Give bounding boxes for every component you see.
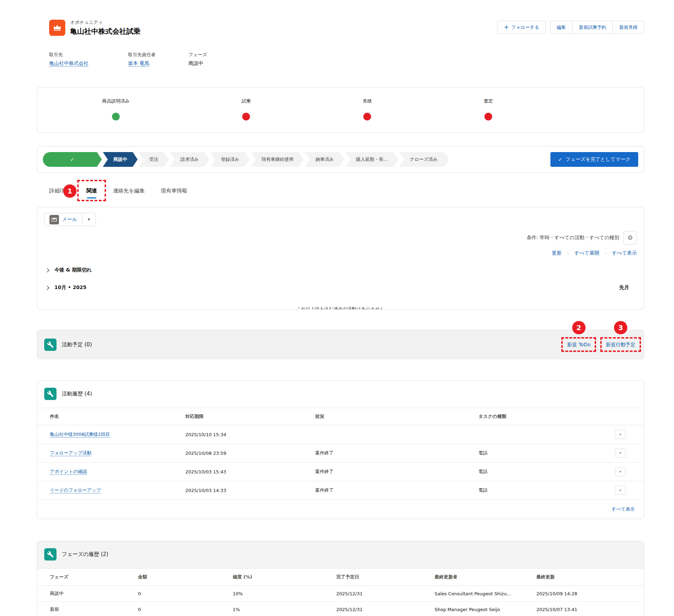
section-upcoming-overdue-label: 今後 & 期限切れ xyxy=(54,267,92,273)
column-header-stage: フェーズ xyxy=(37,569,135,586)
record-tabs: 詳細項目 1 関連 連絡先を編集 現有車情報 xyxy=(49,188,644,198)
tab-related-label: 関連 xyxy=(86,188,97,194)
record-identity: オポチュニティ 亀山社中株式会社試乗 xyxy=(49,19,140,36)
path-stage-delivered[interactable]: 納車済み xyxy=(305,152,344,167)
new-todo-link[interactable]: 新規 ToDo xyxy=(567,342,590,347)
row-actions-button[interactable]: ▼ xyxy=(615,448,626,458)
status-dot-red xyxy=(242,113,250,120)
email-dropdown-button[interactable]: ▼ xyxy=(82,213,96,226)
crown-icon xyxy=(53,23,62,32)
mark-stage-complete-button[interactable]: ✓ フェーズを完了としてマーク xyxy=(550,152,638,167)
activity-links-row: 更新 ・ すべて展開 ・ すべて表示 xyxy=(44,250,637,256)
column-header-due-date: 対応期限 xyxy=(183,408,312,425)
separator-dot: ・ xyxy=(566,250,570,256)
new-event-annotated: 新規行動予定 3 xyxy=(606,341,635,348)
column-header-task-type: タスクの種類 xyxy=(476,408,612,425)
path-stage-completed[interactable]: ✓ xyxy=(43,152,102,167)
chevron-down-icon: ▼ xyxy=(619,452,622,455)
row-actions-button[interactable]: ▼ xyxy=(615,430,626,439)
status-item-test-drive: 試乗 xyxy=(242,98,251,132)
check-icon: ✓ xyxy=(558,157,562,162)
stage-name: 新規 xyxy=(37,602,135,616)
follow-button[interactable]: + フォローする xyxy=(497,21,546,34)
record-header: オポチュニティ 亀山社中株式会社試乗 + フォローする 編集 新規試乗予約 新規… xyxy=(49,19,644,36)
contact-field: 取引先責任者 坂本 竜馬 xyxy=(128,52,189,67)
tab-details[interactable]: 詳細項目 1 xyxy=(49,188,70,198)
wrench-icon xyxy=(44,388,57,400)
new-quote-button[interactable]: 新規見積 xyxy=(613,21,644,34)
stage-close-date: 2025/12/31 xyxy=(333,586,432,602)
account-field: 取引先 亀山社中株式会社 xyxy=(49,52,128,67)
wrench-icon xyxy=(44,339,57,351)
separator-dot: ・ xyxy=(603,250,608,256)
column-header-probability: 確度 (%) xyxy=(230,569,333,586)
email-button-label: メール xyxy=(62,216,77,223)
annotation-step-1: 1 xyxy=(63,184,77,198)
task-status: 案件終了 xyxy=(312,481,476,500)
column-header-subject: 件名 xyxy=(37,408,183,425)
stage-last-modified: 2025/10/07 13:41 xyxy=(534,602,644,616)
tab-related[interactable]: 関連 xyxy=(86,188,97,198)
highlight-fields: 取引先 亀山社中株式会社 取引先責任者 坂本 竜馬 フェーズ 商談中 xyxy=(49,52,644,67)
path-stage-closed[interactable]: クローズ済み xyxy=(399,152,448,167)
task-subject-link[interactable]: フォローアップ活動 xyxy=(50,450,92,456)
new-event-link[interactable]: 新規行動予定 xyxy=(606,342,635,347)
path-stage-order[interactable]: 受注 xyxy=(139,152,169,167)
path-stage-invoiced[interactable]: 請求済み xyxy=(170,152,209,167)
path-stage-negotiation[interactable]: 商談中 xyxy=(103,152,138,167)
task-subject-link[interactable]: 亀山社中様3008試乗様2回目 xyxy=(50,432,110,437)
table-row: フォローアップ活動 2025/10/08 23:59 案件終了 電話 ▼ xyxy=(37,444,644,463)
wrench-glyph xyxy=(47,341,54,348)
upcoming-activities-actions: 新規 ToDo 2 新規行動予定 3 xyxy=(567,341,635,348)
stage-field-value: 商談中 xyxy=(189,60,207,67)
record-type-label: オポチュニティ xyxy=(70,19,140,26)
activity-history-card: 活動履歴 (4) 件名 対応期限 状況 タスクの種類 亀山社中様3008試乗様2… xyxy=(37,380,644,519)
tab-current-car-info[interactable]: 現有車情報 xyxy=(161,188,187,198)
activity-history-table: 件名 対応期限 状況 タスクの種類 亀山社中様3008試乗様2回目 2025/1… xyxy=(37,408,644,500)
edit-button[interactable]: 編集 xyxy=(550,21,573,34)
chevron-right-icon xyxy=(45,286,49,290)
account-link[interactable]: 亀山社中株式会社 xyxy=(49,60,128,67)
status-label: 見積 xyxy=(363,98,372,104)
task-due-date: 2025/10/08 23:59 xyxy=(183,444,312,463)
stage-amount: 0 xyxy=(135,586,230,602)
activity-history-view-all-link[interactable]: すべて表示 xyxy=(612,506,635,512)
row-actions-button[interactable]: ▼ xyxy=(615,486,626,495)
section-upcoming-overdue[interactable]: 今後 & 期限切れ xyxy=(44,267,637,273)
opportunity-icon xyxy=(49,20,65,36)
tab-current-car-info-label: 現有車情報 xyxy=(161,188,187,194)
filter-settings-button[interactable]: ⚙ xyxy=(623,231,637,244)
activity-history-title: 活動履歴 (4) xyxy=(62,391,92,397)
contact-link[interactable]: 坂本 竜馬 xyxy=(128,60,189,67)
task-status xyxy=(312,425,476,444)
tab-edit-contacts[interactable]: 連絡先を編集 xyxy=(113,188,145,198)
email-button[interactable]: メール xyxy=(44,213,82,226)
envelope-icon xyxy=(49,215,59,224)
task-subject-link[interactable]: リードのフォローアップ xyxy=(50,487,101,493)
envelope-glyph xyxy=(51,217,57,223)
chevron-down-icon: ▼ xyxy=(619,433,622,436)
task-subject-link[interactable]: アポイントの確認 xyxy=(50,469,87,474)
row-actions-button[interactable]: ▼ xyxy=(615,467,626,476)
status-label: 試乗 xyxy=(242,98,251,104)
check-icon: ✓ xyxy=(70,156,75,163)
sales-path: ✓ 商談中 受注 請求済み 登録済み 現有車継続使用 納車済み 購入延期・長..… xyxy=(37,146,644,173)
view-all-link[interactable]: すべて表示 xyxy=(612,250,637,256)
annotation-step-2: 2 xyxy=(572,321,586,334)
email-button-group: メール ▼ xyxy=(44,213,96,226)
refresh-link[interactable]: 更新 xyxy=(552,250,562,256)
new-test-drive-button[interactable]: 新規試乗予約 xyxy=(572,21,613,34)
path-stage-postponed[interactable]: 購入延期・長... xyxy=(345,152,398,167)
expand-all-link[interactable]: すべて展開 xyxy=(574,250,599,256)
table-header-row: 件名 対応期限 状況 タスクの種類 xyxy=(37,408,644,425)
chevron-down-icon: ▼ xyxy=(619,470,622,473)
last-month-label: 先月 xyxy=(619,284,629,291)
stage-name: 商談中 xyxy=(37,586,135,602)
path-stage-keep-current-car[interactable]: 現有車継続使用 xyxy=(251,152,304,167)
stage-close-date: 2025/12/31 xyxy=(333,602,432,616)
section-october-2025[interactable]: 10月 • 2025 xyxy=(44,284,86,291)
column-header-last-modified-by: 最終更新者 xyxy=(432,569,534,586)
activity-history-footer: すべて表示 xyxy=(37,500,644,519)
status-dot-red xyxy=(363,113,371,120)
path-stage-registered[interactable]: 登録済み xyxy=(210,152,250,167)
